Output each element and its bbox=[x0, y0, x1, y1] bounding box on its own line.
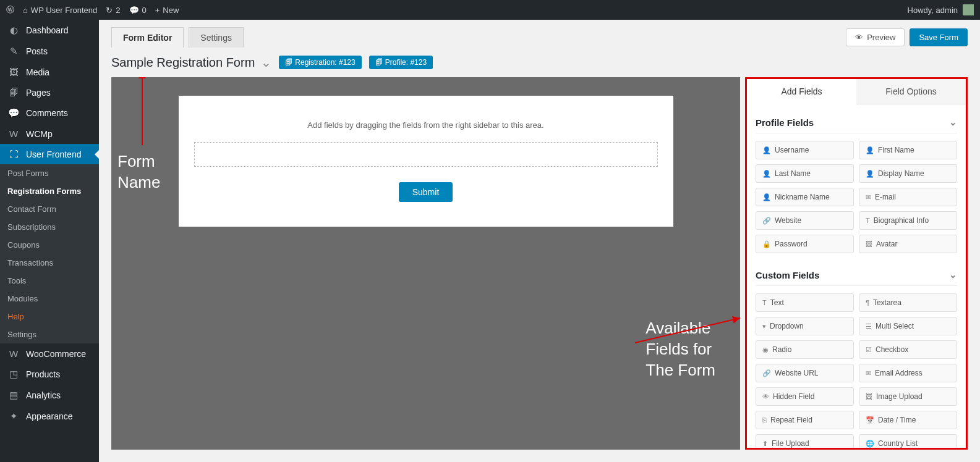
field-image-upload[interactable]: 🖼Image Upload bbox=[859, 387, 957, 406]
field-nickname-name[interactable]: 👤Nickname Name bbox=[756, 188, 854, 206]
sidebar-item-woocommerce[interactable]: WWooCommerce bbox=[0, 343, 99, 364]
field-checkbox[interactable]: ☑Checkbox bbox=[859, 340, 957, 359]
profile-badge-label: Profile: #123 bbox=[385, 58, 427, 67]
sidebar-item-analytics[interactable]: ▤Analytics bbox=[0, 385, 99, 406]
site-link[interactable]: ⌂ WP User Frontend bbox=[23, 6, 97, 15]
new-link[interactable]: + New bbox=[155, 6, 179, 15]
field-multi-select[interactable]: ☰Multi Select bbox=[859, 317, 957, 335]
field-avatar[interactable]: 🖼Avatar bbox=[859, 235, 957, 253]
sidebar-sub-help[interactable]: Help bbox=[0, 308, 99, 326]
field-file-upload[interactable]: ⬆File Upload bbox=[756, 434, 854, 448]
tab-settings[interactable]: Settings bbox=[189, 27, 244, 48]
field-label: Dropdown bbox=[770, 322, 804, 330]
field-icon: 🔗 bbox=[762, 217, 771, 225]
field-icon: 🖼 bbox=[866, 240, 872, 248]
preview-button[interactable]: 👁Preview bbox=[846, 28, 905, 46]
field-dropdown[interactable]: ▾Dropdown bbox=[756, 317, 854, 335]
panel-tab-add-fields[interactable]: Add Fields bbox=[747, 79, 856, 104]
field-icon: 👤 bbox=[762, 170, 771, 178]
sidebar-sub-modules[interactable]: Modules bbox=[0, 290, 99, 308]
layout: ◐Dashboard✎Posts🖾Media🗐Pages💬CommentsWWC… bbox=[0, 20, 980, 462]
howdy-text[interactable]: Howdy, admin bbox=[908, 6, 958, 15]
chevron-down-icon: ⌄ bbox=[261, 55, 271, 70]
sidebar-item-pages[interactable]: 🗐Pages bbox=[0, 82, 99, 103]
field-icon: 🖼 bbox=[866, 393, 872, 400]
wp-logo[interactable]: ⓦ bbox=[6, 4, 14, 15]
field-date-time[interactable]: 📅Date / Time bbox=[859, 411, 957, 429]
sidebar-sub-contact-form[interactable]: Contact Form bbox=[0, 200, 99, 218]
panel-tab-field-options[interactable]: Field Options bbox=[856, 79, 966, 104]
field-text[interactable]: TText bbox=[756, 293, 854, 312]
sidebar-sub-tools[interactable]: Tools bbox=[0, 272, 99, 290]
field-biographical-info[interactable]: TBiographical Info bbox=[859, 211, 957, 230]
arrow-available-fields bbox=[629, 312, 740, 349]
sidebar-sub-transactions[interactable]: Transactions bbox=[0, 254, 99, 272]
title-row: Sample Registration Form ⌄ 🗐 Registratio… bbox=[99, 48, 980, 77]
section-profile-fields[interactable]: Profile Fields ⌄ bbox=[756, 111, 957, 133]
sidebar-item-posts[interactable]: ✎Posts bbox=[0, 41, 99, 62]
field-display-name[interactable]: 👤Display Name bbox=[859, 164, 957, 183]
field-last-name[interactable]: 👤Last Name bbox=[756, 164, 854, 183]
sidebar-item-user-frontend[interactable]: ⛶User Frontend bbox=[0, 144, 99, 164]
field-textarea[interactable]: ¶Textarea bbox=[859, 293, 957, 312]
sidebar-item-dashboard[interactable]: ◐Dashboard bbox=[0, 20, 99, 41]
field-first-name[interactable]: 👤First Name bbox=[859, 141, 957, 159]
drop-hint: Add fields by dragging the fields from t… bbox=[194, 120, 658, 130]
save-form-button[interactable]: Save Form bbox=[910, 28, 968, 46]
menu-icon: ✦ bbox=[7, 411, 20, 422]
field-e-mail[interactable]: ✉E-mail bbox=[859, 188, 957, 206]
sidebar-item-comments[interactable]: 💬Comments bbox=[0, 103, 99, 124]
submit-button[interactable]: Submit bbox=[399, 182, 453, 202]
chevron-down-icon: ⌄ bbox=[949, 117, 957, 128]
field-website[interactable]: 🔗Website bbox=[756, 211, 854, 230]
section-profile-title: Profile Fields bbox=[756, 117, 814, 128]
sidebar-sub-subscriptions[interactable]: Subscriptions bbox=[0, 218, 99, 236]
sidebar-item-appearance[interactable]: ✦Appearance bbox=[0, 406, 99, 427]
sidebar-sub-coupons[interactable]: Coupons bbox=[0, 236, 99, 254]
drop-zone[interactable] bbox=[194, 142, 658, 167]
form-title[interactable]: Sample Registration Form ⌄ bbox=[111, 55, 271, 70]
avatar[interactable] bbox=[963, 4, 974, 15]
tab-form-editor[interactable]: Form Editor bbox=[111, 27, 184, 48]
field-country-list[interactable]: 🌐Country List bbox=[859, 434, 957, 448]
field-icon: 📅 bbox=[866, 416, 874, 424]
tabs-row: Form Editor Settings 👁Preview Save Form bbox=[99, 20, 980, 48]
updates-link[interactable]: ↻ 2 bbox=[106, 6, 120, 15]
field-username[interactable]: 👤Username bbox=[756, 141, 854, 159]
field-icon: ☰ bbox=[866, 322, 872, 330]
registration-badge[interactable]: 🗐 Registration: #123 bbox=[279, 56, 361, 69]
section-custom-fields[interactable]: Custom Fields ⌄ bbox=[756, 263, 957, 286]
sidebar-sub-registration-forms[interactable]: Registration Forms bbox=[0, 182, 99, 200]
field-label: Hidden Field bbox=[773, 392, 814, 401]
field-label: Username bbox=[775, 146, 809, 154]
field-email-address[interactable]: ✉Email Address bbox=[859, 364, 957, 382]
field-repeat-field[interactable]: ⎘Repeat Field bbox=[756, 411, 854, 429]
comments-link[interactable]: 💬 0 bbox=[129, 6, 147, 15]
panel-body[interactable]: Profile Fields ⌄ 👤Username👤First Name👤La… bbox=[747, 104, 966, 448]
field-radio[interactable]: ◉Radio bbox=[756, 340, 854, 359]
field-icon: T bbox=[762, 299, 767, 306]
field-password[interactable]: 🔒Password bbox=[756, 235, 854, 253]
sidebar-item-label: Analytics bbox=[26, 390, 61, 400]
field-website-url[interactable]: 🔗Website URL bbox=[756, 364, 854, 382]
sidebar-sub-settings[interactable]: Settings bbox=[0, 326, 99, 343]
field-label: Nickname Name bbox=[775, 193, 830, 201]
canvas: Form Name Add fields by dragging the fie… bbox=[111, 77, 740, 450]
field-hidden-field[interactable]: 👁Hidden Field bbox=[756, 387, 854, 406]
admin-topbar: ⓦ ⌂ WP User Frontend ↻ 2 💬 0 + New Howdy… bbox=[0, 0, 980, 20]
field-label: Website bbox=[775, 216, 801, 225]
preview-label: Preview bbox=[867, 33, 895, 42]
profile-badge[interactable]: 🗐 Profile: #123 bbox=[369, 56, 433, 69]
sidebar-item-wcmp[interactable]: WWCMp bbox=[0, 124, 99, 144]
form-title-text: Sample Registration Form bbox=[111, 56, 255, 70]
sidebar-item-products[interactable]: ◳Products bbox=[0, 364, 99, 385]
annotation-form-name: Form Name bbox=[117, 151, 160, 193]
sidebar-item-media[interactable]: 🖾Media bbox=[0, 62, 99, 82]
field-icon: 👤 bbox=[866, 170, 874, 178]
sidebar-sub-post-forms[interactable]: Post Forms bbox=[0, 164, 99, 182]
menu-icon: ✎ bbox=[7, 46, 20, 57]
menu-icon: ◐ bbox=[7, 25, 20, 36]
menu-icon: W bbox=[7, 348, 20, 359]
sidebar-item-label: Products bbox=[26, 369, 60, 379]
menu-icon: W bbox=[7, 128, 20, 139]
